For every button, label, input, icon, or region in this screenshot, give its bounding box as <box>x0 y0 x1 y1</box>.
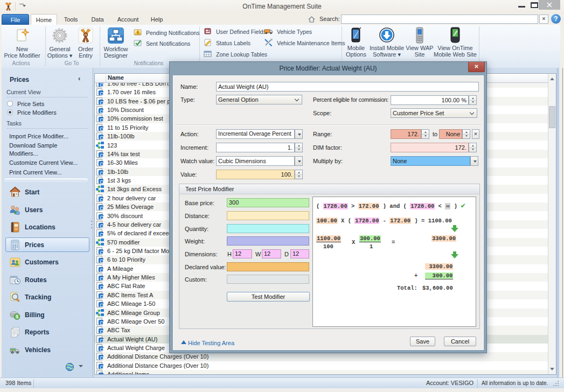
svg-text:$: $ <box>16 314 18 319</box>
